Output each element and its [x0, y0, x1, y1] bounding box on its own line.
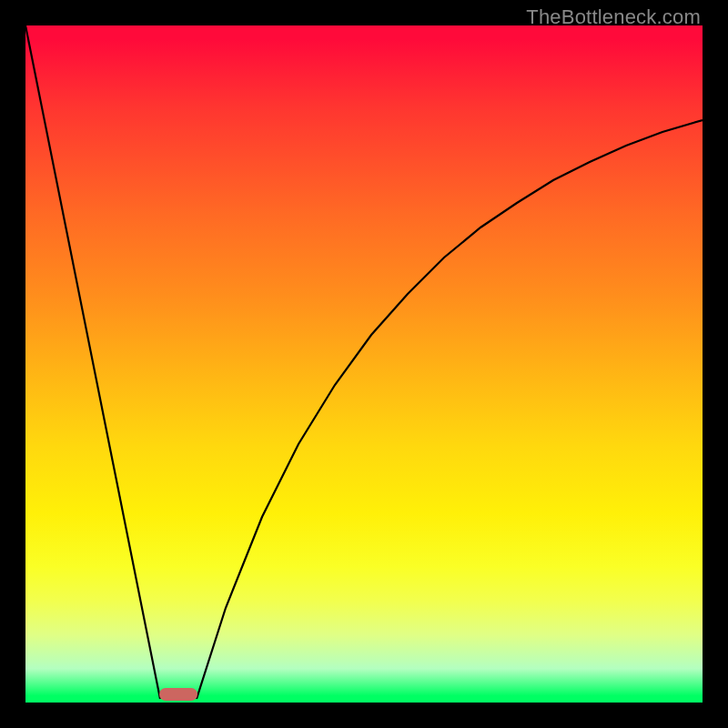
chart-plot-area — [25, 25, 703, 703]
curve-layer — [25, 25, 703, 703]
bottleneck-marker — [159, 688, 197, 701]
curve-right-limb — [197, 120, 703, 699]
curve-left-limb — [25, 25, 160, 699]
